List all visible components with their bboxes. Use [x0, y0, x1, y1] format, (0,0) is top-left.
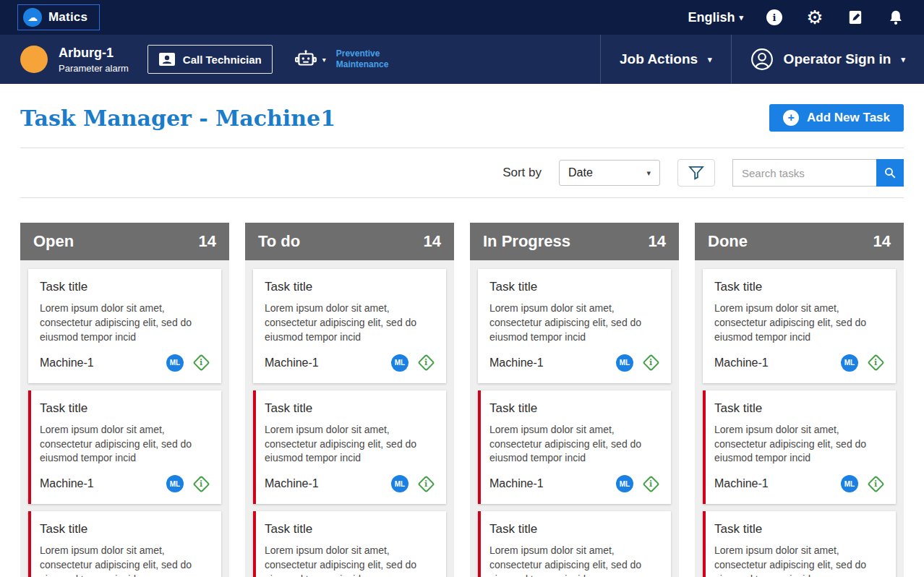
info-diamond-icon[interactable]: i [192, 354, 210, 372]
info-diamond-icon[interactable]: i [867, 354, 884, 372]
search-input[interactable] [732, 159, 876, 187]
task-card[interactable]: Task titleLorem ipsum dolor sit amet, co… [253, 511, 446, 577]
divider [20, 148, 904, 148]
machine-status: Parameter alarm [59, 63, 129, 74]
kanban-column-open: Open14Task titleLorem ipsum dolor sit am… [20, 223, 229, 577]
task-title: Task title [40, 401, 210, 416]
ml-badge: ML [841, 475, 858, 492]
machine-bar-right: Job Actions ▾ Operator Sign in ▾ [600, 35, 924, 84]
job-actions-menu[interactable]: Job Actions ▾ [600, 35, 731, 84]
column-body: Task titleLorem ipsum dolor sit amet, co… [695, 260, 904, 577]
task-card[interactable]: Task titleLorem ipsum dolor sit amet, co… [28, 511, 221, 577]
task-badges: MLi [391, 354, 435, 372]
language-label: English [688, 10, 735, 25]
task-title: Task title [265, 401, 435, 416]
task-footer: Machine-1MLi [714, 475, 884, 492]
task-footer: Machine-1MLi [40, 354, 210, 372]
ml-badge: ML [616, 354, 633, 372]
language-selector[interactable]: English ▾ [688, 10, 743, 25]
task-title: Task title [40, 522, 210, 537]
task-card[interactable]: Task titleLorem ipsum dolor sit amet, co… [478, 511, 671, 577]
kanban-column-in-progress: In Progress14Task titleLorem ipsum dolor… [470, 223, 679, 577]
task-card[interactable]: Task titleLorem ipsum dolor sit amet, co… [28, 390, 221, 505]
page-title: Task Manager - Machine1 [20, 106, 335, 131]
task-machine: Machine-1 [714, 356, 769, 369]
task-description: Lorem ipsum dolor sit amet, consectetur … [714, 423, 884, 466]
column-title: Open [33, 232, 74, 251]
chevron-down-icon: ▾ [646, 169, 651, 177]
task-card[interactable]: Task titleLorem ipsum dolor sit amet, co… [703, 269, 896, 383]
task-badges: MLi [616, 475, 659, 492]
chevron-down-icon: ▾ [322, 56, 326, 64]
column-count: 14 [199, 232, 216, 251]
plus-icon: + [783, 110, 799, 126]
call-technician-button[interactable]: Call Technician [147, 45, 273, 74]
task-description: Lorem ipsum dolor sit amet, consectetur … [265, 423, 435, 466]
task-description: Lorem ipsum dolor sit amet, consectetur … [40, 302, 210, 345]
column-body: Task titleLorem ipsum dolor sit amet, co… [245, 260, 454, 577]
task-card[interactable]: Task titleLorem ipsum dolor sit amet, co… [28, 269, 221, 383]
column-header: To do14 [245, 223, 454, 260]
main-content: Task Manager - Machine1 + Add New Task S… [0, 84, 924, 577]
machine-status-avatar [20, 46, 48, 73]
filter-button[interactable] [677, 159, 715, 187]
info-icon[interactable]: i [765, 8, 784, 27]
task-card[interactable]: Task titleLorem ipsum dolor sit amet, co… [703, 511, 896, 577]
operator-icon [750, 48, 774, 71]
task-card[interactable]: Task titleLorem ipsum dolor sit amet, co… [253, 269, 446, 383]
task-machine: Machine-1 [489, 477, 544, 490]
call-technician-label: Call Technician [183, 54, 262, 66]
task-footer: Machine-1MLi [265, 475, 435, 492]
add-new-task-button[interactable]: + Add New Task [769, 104, 904, 132]
search-button[interactable] [876, 159, 904, 187]
task-badges: MLi [841, 354, 884, 372]
task-machine: Machine-1 [265, 477, 319, 490]
preventive-maintenance-menu[interactable]: ▾ Preventive Maintenance [294, 35, 403, 84]
search-group [732, 159, 904, 187]
task-description: Lorem ipsum dolor sit amet, consectetur … [489, 544, 659, 577]
task-title: Task title [714, 522, 884, 537]
column-title: Done [708, 232, 748, 251]
task-title: Task title [40, 280, 210, 294]
column-header: Open14 [20, 223, 229, 260]
ml-badge: ML [841, 354, 858, 372]
task-description: Lorem ipsum dolor sit amet, consectetur … [714, 544, 884, 577]
column-title: In Progress [483, 232, 570, 251]
bell-icon[interactable] [886, 8, 905, 27]
ml-badge: ML [391, 354, 408, 372]
task-footer: Machine-1MLi [714, 354, 884, 372]
info-diamond-icon[interactable]: i [192, 475, 210, 492]
task-machine: Machine-1 [40, 477, 94, 490]
divider [20, 197, 904, 198]
task-title: Task title [489, 522, 659, 537]
topbar-actions: English ▾ i ⚙ [688, 8, 905, 27]
chevron-down-icon: ▾ [739, 14, 743, 22]
chevron-down-icon: ▾ [708, 56, 712, 64]
report-icon[interactable] [846, 8, 865, 27]
gear-icon[interactable]: ⚙ [805, 8, 824, 27]
task-card[interactable]: Task titleLorem ipsum dolor sit amet, co… [703, 390, 896, 505]
cloud-icon: ☁ [23, 8, 42, 27]
matics-logo[interactable]: ☁ Matics [17, 4, 100, 30]
ml-badge: ML [166, 354, 184, 372]
info-diamond-icon[interactable]: i [642, 354, 659, 372]
task-description: Lorem ipsum dolor sit amet, consectetur … [40, 423, 210, 466]
info-diamond-icon[interactable]: i [417, 475, 435, 492]
info-diamond-icon[interactable]: i [417, 354, 435, 372]
info-diamond-icon[interactable]: i [642, 475, 659, 492]
task-badges: MLi [391, 475, 435, 492]
info-diamond-icon[interactable]: i [867, 475, 884, 492]
sort-select[interactable]: Date ▾ [559, 160, 660, 186]
ml-badge: ML [391, 475, 408, 492]
task-card[interactable]: Task titleLorem ipsum dolor sit amet, co… [478, 390, 671, 505]
page-header: Task Manager - Machine1 + Add New Task [0, 84, 924, 132]
task-footer: Machine-1MLi [265, 354, 435, 372]
sort-by-label: Sort by [502, 166, 542, 180]
operator-sign-in[interactable]: Operator Sign in ▾ [731, 35, 924, 84]
column-body: Task titleLorem ipsum dolor sit amet, co… [470, 260, 679, 577]
funnel-icon [688, 166, 704, 180]
machine-info: Arburg-1 Parameter alarm [59, 46, 129, 74]
task-badges: MLi [166, 475, 210, 492]
task-card[interactable]: Task titleLorem ipsum dolor sit amet, co… [253, 390, 446, 505]
task-card[interactable]: Task titleLorem ipsum dolor sit amet, co… [478, 269, 671, 383]
